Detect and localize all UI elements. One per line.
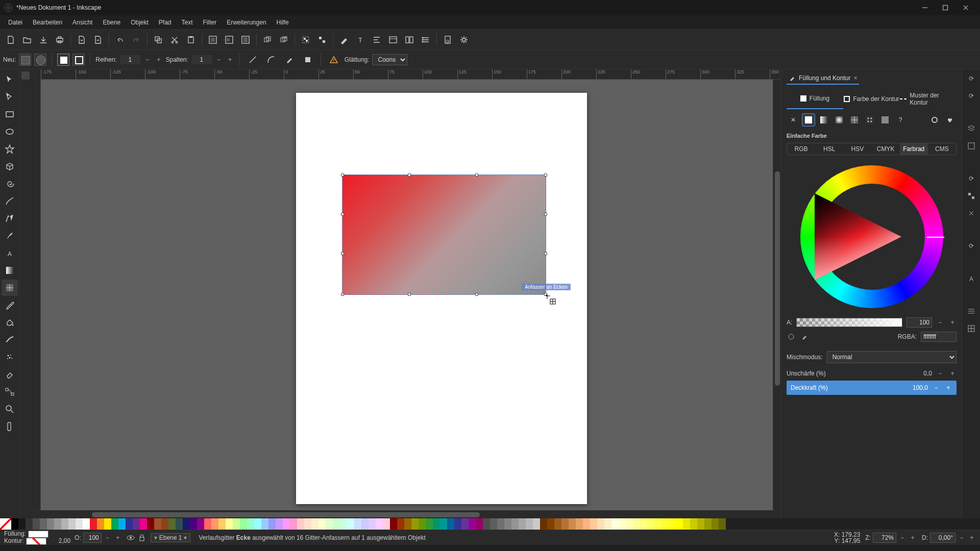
palette-swatch[interactable] — [561, 518, 569, 530]
palette-swatch[interactable] — [326, 518, 333, 530]
palette-swatch[interactable] — [240, 518, 247, 530]
dock-align-icon[interactable]: ⟳ — [965, 240, 977, 252]
palette-swatch[interactable] — [190, 518, 197, 530]
palette-swatch[interactable] — [426, 518, 433, 530]
3dbox-tool[interactable] — [2, 158, 18, 174]
palette-swatch[interactable] — [540, 518, 547, 530]
palette-swatch[interactable] — [168, 518, 176, 530]
palette-swatch[interactable] — [33, 518, 40, 530]
palette-swatch[interactable] — [311, 518, 318, 530]
ungroup-button[interactable] — [314, 32, 330, 47]
palette-swatch[interactable] — [440, 518, 447, 530]
paint-radial[interactable] — [832, 113, 846, 127]
open-button[interactable] — [19, 32, 35, 47]
tab-stroke-style[interactable]: Muster der Kontur — [900, 89, 957, 109]
palette-swatch[interactable] — [226, 518, 233, 530]
star-tool[interactable] — [2, 141, 18, 157]
visibility-toggle[interactable] — [126, 533, 135, 542]
palette-swatch[interactable] — [640, 518, 647, 530]
dock-trace-icon[interactable] — [965, 190, 977, 202]
palette-swatch[interactable] — [18, 518, 26, 530]
status-stroke-swatch[interactable] — [26, 538, 46, 545]
palette-swatch[interactable] — [569, 518, 576, 530]
fill-stroke-button[interactable] — [336, 32, 352, 47]
cm-hsv[interactable]: HSV — [843, 143, 871, 155]
rows-minus[interactable]: − — [143, 56, 152, 64]
spray-tool[interactable] — [2, 349, 18, 365]
palette-swatch[interactable] — [626, 518, 633, 530]
palette-swatch[interactable] — [433, 518, 440, 530]
hue-marker[interactable] — [927, 237, 944, 238]
zoom-plus[interactable]: + — [909, 534, 917, 542]
palette-swatch[interactable] — [290, 518, 297, 530]
palette-swatch[interactable] — [526, 518, 533, 530]
cols-minus[interactable]: − — [215, 56, 223, 64]
paintbucket-tool[interactable] — [2, 314, 18, 331]
export-button[interactable] — [90, 32, 106, 47]
rgba-input[interactable] — [921, 332, 957, 342]
minimize-button[interactable] — [915, 2, 935, 14]
status-opacity-input[interactable] — [83, 533, 102, 543]
mesh-preset-outline[interactable] — [72, 54, 85, 66]
palette-swatch[interactable] — [140, 518, 147, 530]
palette-swatch[interactable] — [554, 518, 561, 530]
menu-pfad[interactable]: Pfad — [154, 17, 177, 28]
cols-plus[interactable]: + — [226, 56, 234, 64]
palette-swatch[interactable] — [669, 518, 676, 530]
palette-swatch[interactable] — [476, 518, 483, 530]
palette-swatch[interactable] — [597, 518, 604, 530]
paint-swatch[interactable] — [878, 113, 892, 127]
palette-swatch[interactable] — [590, 518, 597, 530]
palette-none[interactable] — [0, 518, 11, 530]
palette-swatch[interactable] — [447, 518, 454, 530]
palette-swatch[interactable] — [26, 518, 33, 530]
clone-button[interactable] — [276, 32, 291, 47]
palette-swatch[interactable] — [211, 518, 218, 530]
menu-filter[interactable]: Filter — [198, 17, 222, 28]
bezier-tool[interactable] — [2, 210, 18, 227]
palette-swatch[interactable] — [333, 518, 340, 530]
palette-swatch[interactable] — [419, 518, 426, 530]
color-manage-icon[interactable] — [787, 332, 796, 341]
redo-button[interactable] — [129, 32, 144, 47]
cm-cms[interactable]: CMS — [928, 143, 956, 155]
palette-swatch[interactable] — [161, 518, 168, 530]
tweak-tool[interactable] — [2, 332, 18, 348]
palette-swatch[interactable] — [261, 518, 268, 530]
edge-curve-button[interactable] — [263, 52, 279, 67]
palette-swatch[interactable] — [519, 518, 526, 530]
mesh-preset-square[interactable] — [57, 54, 69, 66]
palette-swatch[interactable] — [204, 518, 211, 530]
palette-swatch[interactable] — [712, 518, 719, 530]
palette-swatch[interactable] — [218, 518, 226, 530]
xml-editor-button[interactable] — [385, 32, 401, 47]
palette-swatch[interactable] — [404, 518, 411, 530]
close-button[interactable] — [955, 2, 976, 14]
palette-swatch[interactable] — [304, 518, 311, 530]
palette-swatch[interactable] — [690, 518, 697, 530]
panel-tab-fill[interactable]: Füllung und Kontur × — [787, 73, 859, 85]
palette-swatch[interactable] — [511, 518, 519, 530]
rotation-plus[interactable]: + — [968, 534, 976, 542]
palette-swatch[interactable] — [154, 518, 161, 530]
opacity-plus[interactable]: + — [944, 384, 952, 392]
zoom-tool[interactable] — [2, 401, 18, 417]
palette-swatch[interactable] — [104, 518, 111, 530]
cm-wheel[interactable]: Farbrad — [900, 143, 928, 155]
palette-swatch[interactable] — [719, 518, 726, 530]
pencil-tool[interactable] — [2, 193, 18, 209]
rect-tool[interactable] — [2, 106, 18, 122]
palette-swatch[interactable] — [276, 518, 283, 530]
palette-swatch[interactable] — [68, 518, 76, 530]
palette-swatch[interactable] — [390, 518, 397, 530]
palette-swatch[interactable] — [111, 518, 118, 530]
measure-tool[interactable] — [2, 418, 18, 435]
zoom-drawing-button[interactable] — [222, 32, 237, 47]
palette-swatch[interactable] — [354, 518, 361, 530]
paint-heart[interactable] — [943, 113, 957, 127]
eraser-tool[interactable] — [2, 366, 18, 383]
palette-swatch[interactable] — [576, 518, 583, 530]
alpha-input[interactable] — [906, 317, 932, 328]
text-tool[interactable]: A — [2, 245, 18, 261]
dock-swatches-icon[interactable]: ⟳ — [965, 172, 977, 185]
